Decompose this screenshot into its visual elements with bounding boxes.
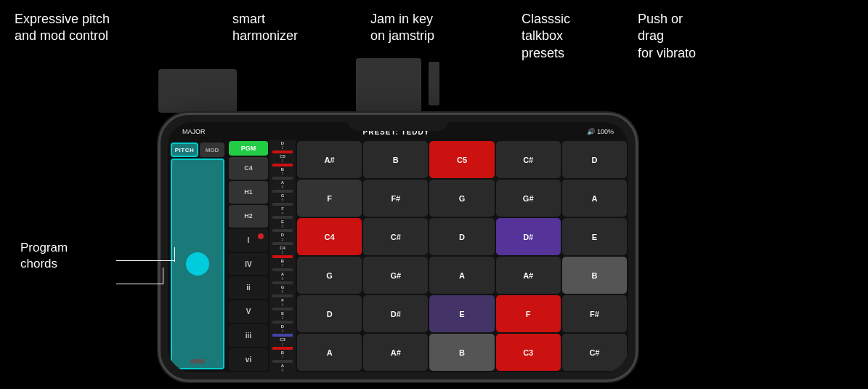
- key-B-r3[interactable]: B: [562, 257, 627, 294]
- key-A-r1[interactable]: A: [562, 180, 627, 217]
- pitch-indicator: [190, 359, 205, 364]
- strip-row-14: D 2: [270, 324, 295, 337]
- key-B-r5[interactable]: B: [429, 334, 494, 371]
- key-row-0: A# B C5 C# D: [297, 141, 627, 178]
- key-row-4: D D# E F F#: [297, 295, 627, 332]
- chord-I[interactable]: I: [229, 229, 268, 252]
- key-Dsharp-r4[interactable]: D#: [363, 295, 428, 332]
- key-row-3: G G# A A# B: [297, 257, 627, 294]
- strip-row-0: D 2: [270, 141, 295, 153]
- annotation-jamstrip: Jam in key on jamstrip: [370, 11, 434, 45]
- key-Csharp-r2[interactable]: C#: [363, 218, 428, 255]
- annotation-harmonizer: smart harmonizer: [232, 11, 298, 45]
- chord-c4[interactable]: C4: [229, 157, 268, 180]
- strip-row-16: B 7: [270, 350, 295, 363]
- status-volume: 🔊 100%: [587, 128, 614, 135]
- callout-line-1: [116, 260, 174, 261]
- strip-row-7: D 2: [270, 233, 295, 245]
- key-E-r4[interactable]: E: [429, 295, 494, 332]
- annotation-talkbox: Classsic talkbox presets: [522, 11, 570, 62]
- key-D-r0[interactable]: D: [562, 141, 627, 178]
- phone-notch: [347, 115, 449, 131]
- strip-row-15: C3 1: [270, 337, 295, 350]
- key-C3-r5[interactable]: C3: [496, 334, 561, 371]
- key-Gsharp-r1[interactable]: G#: [496, 180, 561, 217]
- annotation-vibrato: Push or drag for vibrato: [638, 11, 696, 62]
- chord-IV[interactable]: IV: [229, 253, 268, 276]
- key-Csharp-r5[interactable]: C#: [562, 334, 627, 371]
- status-mode: MAJOR: [182, 128, 206, 135]
- key-Dsharp-r2[interactable]: D#: [496, 218, 561, 255]
- chord-iii[interactable]: iii: [229, 324, 268, 347]
- strip-row-8: C4 1: [270, 246, 295, 258]
- chord-h1[interactable]: H1: [229, 181, 268, 204]
- key-D-r4[interactable]: D: [297, 295, 362, 332]
- strip-row-4: G 5: [270, 193, 295, 206]
- jamstrip-panel[interactable]: D 2 C5 1 B 7 A 6 G 5 F 4 E 3 D 2 C4 1 B …: [269, 140, 296, 372]
- pitch-area[interactable]: [171, 159, 224, 369]
- chord-h2[interactable]: H2: [229, 205, 268, 228]
- pitch-mod-row: PITCH MOD: [171, 143, 224, 157]
- key-Gsharp-r3[interactable]: G#: [363, 257, 428, 294]
- strip-row-3: A 6: [270, 180, 295, 193]
- strip-row-1: C5 1: [270, 154, 295, 167]
- key-E-r2[interactable]: E: [562, 218, 627, 255]
- red-dot-I: [258, 233, 264, 239]
- strip-row-6: E 3: [270, 220, 295, 232]
- key-F-r1[interactable]: F: [297, 180, 362, 217]
- pitch-button[interactable]: PITCH: [171, 143, 198, 157]
- strip-row-5: F 4: [270, 206, 295, 219]
- key-C5-r0[interactable]: C5: [429, 141, 494, 178]
- phone-screen: MAJOR PRESET: TEDDY 🔊 100% PITCH MOD: [168, 122, 628, 372]
- annotation-program-chords: Program chords: [20, 240, 68, 272]
- key-G-r3[interactable]: G: [297, 257, 362, 294]
- preview-box-1: [158, 69, 237, 113]
- strip-row-2: B 7: [270, 167, 295, 180]
- strip-row-10: A 6: [270, 272, 295, 284]
- key-Csharp-r0[interactable]: C#: [496, 141, 561, 178]
- key-row-1: F F# G G# A: [297, 180, 627, 217]
- key-Fsharp-r4[interactable]: F#: [562, 295, 627, 332]
- app-content: PITCH MOD PGM C4 H1 H2 I: [168, 140, 628, 372]
- pitch-circle: [186, 252, 209, 276]
- key-A-r5[interactable]: A: [297, 334, 362, 371]
- key-F-r4[interactable]: F: [496, 295, 561, 332]
- key-G-r1[interactable]: G: [429, 180, 494, 217]
- key-C4-r2[interactable]: C4: [297, 218, 362, 255]
- annotation-pitch-mod: Expressive pitch and mod control: [15, 11, 110, 45]
- key-Asharp-r0[interactable]: A#: [297, 141, 362, 178]
- key-row-2: C4 C# D D# E: [297, 218, 627, 255]
- callout-line-4: [163, 268, 163, 284]
- key-Fsharp-r1[interactable]: F#: [363, 180, 428, 217]
- phone: MAJOR PRESET: TEDDY 🔊 100% PITCH MOD: [158, 113, 638, 382]
- strip-row-17: A 6: [270, 364, 295, 372]
- key-A-r3[interactable]: A: [429, 257, 494, 294]
- key-Asharp-r5[interactable]: A#: [363, 334, 428, 371]
- key-D-r2[interactable]: D: [429, 218, 494, 255]
- chord-panel: PGM C4 H1 H2 I IV ii V iii vi: [227, 140, 269, 372]
- strip-row-9: B 7: [270, 259, 295, 271]
- callout-line-3: [116, 284, 163, 284]
- key-B-r0[interactable]: B: [363, 141, 428, 178]
- strip-row-12: F 4: [270, 298, 295, 310]
- callout-line-2: [174, 247, 175, 262]
- phone-outer: MAJOR PRESET: TEDDY 🔊 100% PITCH MOD: [158, 113, 638, 382]
- preview-box-3: [429, 62, 439, 105]
- chord-ii[interactable]: ii: [229, 276, 268, 299]
- key-row-5: A A# B C3 C#: [297, 334, 627, 371]
- key-grid: A# B C5 C# D F F# G G# A: [296, 140, 628, 372]
- strip-row-11: G 5: [270, 285, 295, 297]
- preview-box-2: [356, 58, 421, 113]
- pitch-mod-panel: PITCH MOD: [168, 140, 227, 372]
- chord-vi[interactable]: vi: [229, 348, 268, 371]
- mod-button[interactable]: MOD: [200, 143, 224, 157]
- pgm-button[interactable]: PGM: [229, 141, 268, 156]
- strip-row-13: E 3: [270, 311, 295, 324]
- key-Asharp-r3[interactable]: A#: [496, 257, 561, 294]
- chord-V[interactable]: V: [229, 300, 268, 323]
